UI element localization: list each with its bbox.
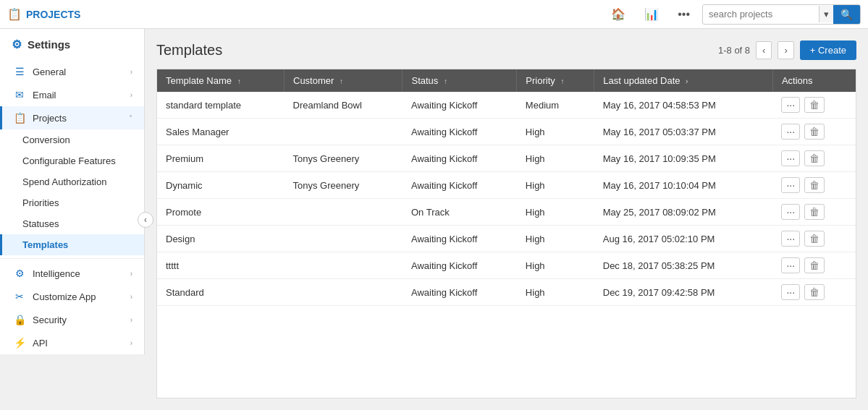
- cell-template-name: Dynamic: [157, 172, 285, 199]
- sidebar-sub-item-priorities[interactable]: Priorities: [0, 192, 144, 213]
- pagination-prev-button[interactable]: ‹: [756, 41, 772, 59]
- action-delete-button[interactable]: 🗑: [804, 124, 825, 140]
- email-icon: ✉: [14, 89, 25, 101]
- action-more-button[interactable]: ···: [781, 231, 800, 247]
- col-last-updated[interactable]: Last updated Date ›: [594, 69, 773, 92]
- sidebar-item-general-label: General: [33, 67, 130, 77]
- chevron-right-icon-customize: ›: [130, 293, 132, 301]
- action-delete-button[interactable]: 🗑: [804, 177, 825, 193]
- sidebar-item-intelligence[interactable]: ⚙ Intelligence ›: [0, 262, 144, 285]
- action-delete-button[interactable]: 🗑: [804, 284, 825, 300]
- templates-table-container: Template Name ↑ Customer ↑ Status ↑ Prio…: [156, 69, 856, 398]
- sidebar-sub-item-spend-authorization[interactable]: Spend Authorization: [0, 171, 144, 192]
- top-nav: 📋 PROJECTS 🏠 📊 ••• ▾ 🔍: [0, 0, 868, 29]
- chevron-right-icon-api: ›: [130, 339, 132, 347]
- cell-actions: ··· 🗑: [772, 279, 856, 306]
- cell-priority: Medium: [517, 92, 594, 119]
- projects-icon: 📋: [14, 112, 25, 124]
- sidebar: ⚙ Settings ☰ General › ✉ Email › 📋 Proje…: [0, 29, 145, 354]
- content-header: Templates 1-8 of 8 ‹ › + Create: [156, 40, 856, 60]
- cell-priority: High: [517, 199, 594, 226]
- action-delete-button[interactable]: 🗑: [804, 204, 825, 220]
- cell-customer: [285, 226, 403, 252]
- action-more-button[interactable]: ···: [781, 257, 800, 273]
- sidebar-wrapper: ⚙ Settings ☰ General › ✉ Email › 📋 Proje…: [0, 29, 145, 410]
- cell-customer: Tonys Greenery: [285, 172, 403, 199]
- pagination-next-button[interactable]: ›: [778, 41, 793, 59]
- cell-status: Awaiting Kickoff: [403, 226, 517, 252]
- table-header-row: Template Name ↑ Customer ↑ Status ↑ Prio…: [157, 69, 856, 92]
- cell-template-name: Promote: [157, 199, 285, 226]
- chart-icon-button[interactable]: 📊: [638, 4, 665, 25]
- api-icon: ⚡: [14, 337, 25, 349]
- col-template-name[interactable]: Template Name ↑: [157, 69, 285, 92]
- action-more-button[interactable]: ···: [781, 124, 800, 140]
- chevron-right-icon: ›: [130, 68, 132, 76]
- search-input[interactable]: [703, 6, 819, 22]
- sidebar-settings-label: Settings: [28, 38, 70, 51]
- sidebar-item-api[interactable]: ⚡ API ›: [0, 331, 144, 354]
- cell-last-updated: May 16, 2017 10:10:04 PM: [594, 172, 773, 199]
- cell-customer: [285, 252, 403, 279]
- action-delete-button[interactable]: 🗑: [804, 150, 825, 166]
- sort-icon-date: ›: [686, 77, 688, 85]
- action-more-button[interactable]: ···: [781, 97, 800, 113]
- table-row: ttttt Awaiting Kickoff High Dec 18, 2017…: [157, 252, 856, 279]
- sidebar-sub-item-statuses[interactable]: Statuses: [0, 213, 144, 234]
- cell-customer: Tonys Greenery: [285, 145, 403, 172]
- action-delete-button[interactable]: 🗑: [804, 257, 825, 273]
- create-button[interactable]: + Create: [800, 40, 856, 60]
- sidebar-item-general[interactable]: ☰ General ›: [0, 60, 144, 83]
- action-more-button[interactable]: ···: [781, 150, 800, 166]
- search-dropdown-button[interactable]: ▾: [819, 6, 833, 22]
- sidebar-sub-item-templates[interactable]: Templates: [0, 234, 144, 255]
- chevron-right-icon-intel: ›: [130, 270, 132, 278]
- create-button-label: + Create: [810, 45, 846, 56]
- cell-customer: [285, 119, 403, 145]
- sidebar-item-projects[interactable]: 📋 Projects ˅: [0, 106, 144, 129]
- general-icon: ☰: [14, 66, 25, 77]
- sort-icon-status: ↑: [444, 77, 447, 85]
- cell-template-name: Premium: [157, 145, 285, 172]
- cell-last-updated: Aug 16, 2017 05:02:10 PM: [594, 226, 773, 252]
- cell-priority: High: [517, 279, 594, 306]
- sidebar-settings-header: ⚙ Settings: [0, 29, 144, 60]
- cell-status: Awaiting Kickoff: [403, 279, 517, 306]
- sidebar-item-security[interactable]: 🔒 Security ›: [0, 308, 144, 331]
- cell-actions: ··· 🗑: [772, 199, 856, 226]
- chevron-right-icon-email: ›: [130, 91, 132, 99]
- action-delete-button[interactable]: 🗑: [804, 231, 825, 247]
- search-submit-button[interactable]: 🔍: [833, 5, 860, 24]
- table-row: Design Awaiting Kickoff High Aug 16, 201…: [157, 226, 856, 252]
- chevron-right-icon-security: ›: [130, 316, 132, 324]
- table-row: Premium Tonys Greenery Awaiting Kickoff …: [157, 145, 856, 172]
- action-more-button[interactable]: ···: [781, 177, 800, 193]
- pagination-info: 1-8 of 8: [718, 45, 750, 56]
- main-area: ⚙ Settings ☰ General › ✉ Email › 📋 Proje…: [0, 29, 868, 410]
- home-icon-button[interactable]: 🏠: [604, 4, 632, 25]
- sidebar-item-email[interactable]: ✉ Email ›: [0, 83, 144, 106]
- col-actions: Actions: [772, 69, 856, 92]
- col-customer[interactable]: Customer ↑: [285, 69, 403, 92]
- action-more-button[interactable]: ···: [781, 284, 800, 300]
- cell-status: Awaiting Kickoff: [403, 92, 517, 119]
- col-status[interactable]: Status ↑: [403, 69, 517, 92]
- col-priority[interactable]: Priority ↑: [517, 69, 594, 92]
- sidebar-sub-item-configurable-features[interactable]: Configurable Features: [0, 150, 144, 171]
- more-options-button[interactable]: •••: [671, 4, 696, 25]
- action-more-button[interactable]: ···: [781, 204, 800, 220]
- logo-icon: 📋: [7, 7, 22, 21]
- sidebar-item-customize-app[interactable]: ✂ Customize App ›: [0, 285, 144, 308]
- cell-priority: High: [517, 119, 594, 145]
- security-icon: 🔒: [14, 314, 25, 325]
- cell-status: Awaiting Kickoff: [403, 145, 517, 172]
- sidebar-item-intelligence-label: Intelligence: [33, 268, 130, 279]
- logo-text: PROJECTS: [26, 9, 80, 20]
- action-delete-button[interactable]: 🗑: [804, 97, 825, 113]
- search-container: ▾ 🔍: [702, 4, 861, 25]
- sidebar-item-security-label: Security: [33, 315, 130, 325]
- sidebar-sub-item-conversion[interactable]: Conversion: [0, 129, 144, 150]
- intelligence-icon: ⚙: [14, 268, 25, 279]
- sidebar-collapse-button[interactable]: ‹: [138, 212, 153, 228]
- cell-last-updated: May 16, 2017 05:03:37 PM: [594, 119, 773, 145]
